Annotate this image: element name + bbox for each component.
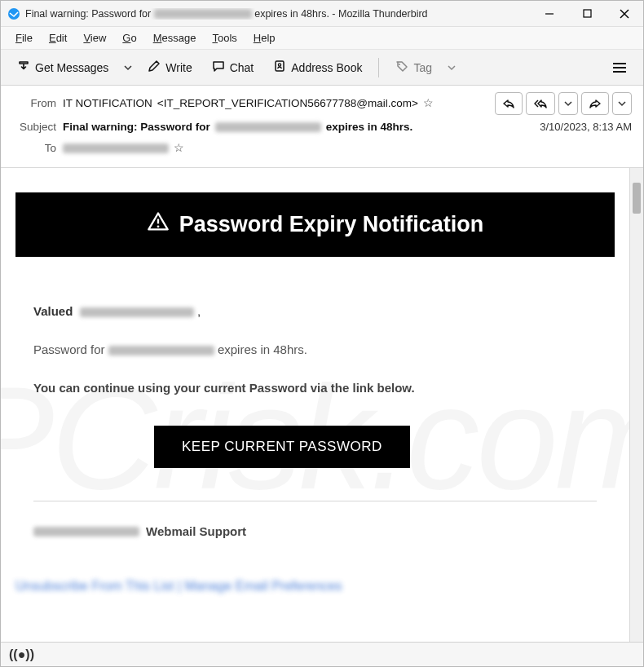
- salutation: Valued ,: [33, 304, 597, 318]
- redacted-text: [63, 144, 169, 153]
- reply-all-dropdown[interactable]: [558, 92, 578, 115]
- window-title-suffix: expires in 48hrs. - Mozilla Thunderbird: [254, 8, 427, 20]
- expiry-line: Password for expires in 48hrs.: [33, 342, 597, 356]
- thunderbird-icon: [7, 7, 20, 20]
- star-contact-icon[interactable]: ☆: [174, 139, 184, 157]
- redacted-text: [108, 346, 214, 356]
- subject-label: Subject: [12, 118, 56, 136]
- toolbar: Get Messages Write Chat Address Book: [1, 50, 643, 86]
- chat-button[interactable]: Chat: [204, 55, 262, 80]
- scrollbar-thumb[interactable]: [633, 183, 641, 214]
- redacted-text: [215, 122, 321, 132]
- vertical-scrollbar[interactable]: [629, 168, 643, 642]
- get-messages-label: Get Messages: [35, 61, 108, 74]
- titlebar: Final warning: Password for expires in 4…: [1, 1, 643, 27]
- keep-password-button[interactable]: KEEP CURRENT PASSWORD: [154, 426, 410, 468]
- subject-prefix: Final warning: Password for: [63, 118, 210, 136]
- chat-icon: [212, 60, 225, 75]
- forward-icon: [589, 98, 602, 109]
- address-book-icon: [273, 60, 286, 75]
- reply-button[interactable]: [495, 92, 523, 115]
- write-label: Write: [165, 61, 192, 74]
- to-label: To: [12, 139, 56, 157]
- star-contact-icon[interactable]: ☆: [423, 95, 434, 113]
- app-menu-button[interactable]: [604, 55, 635, 80]
- to-value: ☆: [63, 139, 632, 157]
- download-icon: [17, 60, 30, 75]
- pencil-icon: [148, 60, 161, 75]
- from-label: From: [12, 95, 56, 113]
- continue-line: You can continue using your current Pass…: [33, 381, 597, 395]
- get-messages-button[interactable]: Get Messages: [9, 55, 117, 80]
- valued-label: Valued: [33, 304, 73, 318]
- chat-label: Chat: [230, 61, 254, 74]
- menu-edit[interactable]: Edit: [42, 29, 73, 46]
- tag-button[interactable]: Tag: [387, 55, 440, 80]
- minimize-button[interactable]: [531, 1, 568, 27]
- address-book-button[interactable]: Address Book: [265, 55, 370, 80]
- from-name: IT NOTIFICATION: [63, 95, 152, 113]
- forward-button[interactable]: [581, 92, 609, 115]
- menubar: File Edit View Go Message Tools Help: [1, 27, 643, 50]
- menu-message[interactable]: Message: [147, 29, 203, 46]
- tag-dropdown[interactable]: [443, 55, 460, 80]
- more-actions-dropdown[interactable]: [612, 92, 632, 115]
- maximize-button[interactable]: [568, 1, 606, 27]
- tag-label: Tag: [413, 61, 432, 74]
- chevron-down-icon: [564, 99, 572, 108]
- reply-icon: [502, 98, 515, 109]
- message-header: From IT NOTIFICATION <IT_REPORT_VERIFICA…: [1, 86, 643, 168]
- salutation-comma: ,: [197, 304, 201, 318]
- expiry-prefix: Password for: [33, 342, 108, 356]
- menu-file[interactable]: File: [9, 29, 39, 46]
- hamburger-icon: [612, 62, 627, 73]
- svg-point-7: [399, 64, 400, 65]
- email-content: Password Expiry Notification Valued , Pa…: [15, 192, 615, 594]
- close-button[interactable]: [606, 1, 643, 27]
- support-suffix: Webmail Support: [146, 524, 246, 538]
- svg-point-12: [157, 225, 159, 227]
- redacted-text: [154, 9, 252, 19]
- from-value: IT NOTIFICATION <IT_REPORT_VERIFICATION5…: [63, 95, 479, 113]
- redacted-text: [33, 527, 139, 537]
- window-title-prefix: Final warning: Password for: [25, 8, 154, 20]
- get-messages-dropdown[interactable]: [120, 55, 136, 80]
- footer-links[interactable]: Unsubscribe From This List | Manage Emai…: [15, 571, 615, 594]
- statusbar: ((●)): [1, 642, 643, 666]
- toolbar-separator: [378, 58, 379, 77]
- online-status-icon[interactable]: ((●)): [9, 647, 34, 662]
- banner-text: Password Expiry Notification: [179, 212, 484, 237]
- chevron-down-icon: [618, 99, 626, 108]
- message-actions: [495, 92, 632, 115]
- subject-value: Final warning: Password for expires in 4…: [63, 118, 517, 136]
- expiry-banner: Password Expiry Notification: [15, 192, 615, 257]
- menu-go[interactable]: Go: [116, 29, 143, 46]
- reply-all-icon: [533, 98, 548, 109]
- svg-point-6: [279, 64, 281, 66]
- write-button[interactable]: Write: [139, 55, 200, 80]
- window-title: Final warning: Password for expires in 4…: [25, 8, 531, 20]
- from-address: <IT_REPORT_VERIFICATION56677788@mail.com…: [157, 95, 418, 113]
- expiry-suffix: expires in 48hrs.: [218, 342, 307, 356]
- menu-help[interactable]: Help: [247, 29, 282, 46]
- menu-tools[interactable]: Tools: [205, 29, 243, 46]
- reply-all-button[interactable]: [526, 92, 555, 115]
- address-book-label: Address Book: [291, 61, 362, 74]
- message-body-viewport: PCrisk.com Password Expiry Notification …: [1, 168, 643, 642]
- tag-icon: [395, 60, 408, 75]
- redacted-text: [80, 307, 194, 317]
- message-body: PCrisk.com Password Expiry Notification …: [1, 168, 629, 642]
- message-date: 3/10/2023, 8:13 AM: [523, 118, 632, 136]
- subject-suffix: expires in 48hrs.: [326, 118, 413, 136]
- warning-icon: [147, 210, 170, 239]
- divider: [33, 501, 597, 501]
- svg-rect-2: [584, 10, 591, 17]
- menu-view[interactable]: View: [77, 29, 112, 46]
- support-line: Webmail Support: [15, 524, 615, 571]
- application-window: Final warning: Password for expires in 4…: [0, 0, 644, 667]
